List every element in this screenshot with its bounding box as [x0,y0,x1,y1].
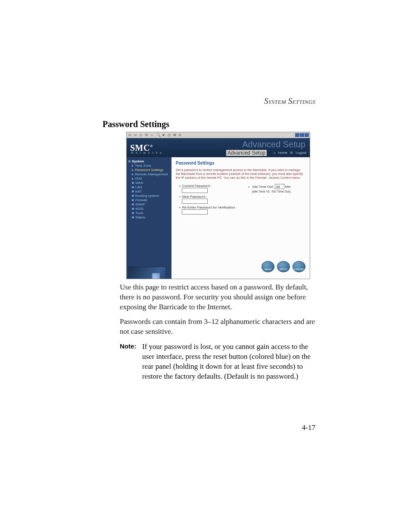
content-pane: Password Settings Set a password to rest… [171,157,310,279]
new-password-label: New Password : [179,195,241,199]
sidebar-item-dns[interactable]: DNS [132,177,171,180]
idle-timeout-unit: Min [285,185,291,189]
page-number: 4-17 [302,423,315,432]
stop-icon[interactable]: ⦸ [140,133,143,137]
print-icon[interactable]: ⎙ [179,133,183,137]
sidebar-item-adsl[interactable]: ADSL [132,207,171,211]
note-block: Note: If your password is lost, or you c… [120,342,317,382]
sidebar-item-status[interactable]: Status [132,215,171,219]
running-head: SYSTEM SETTINGS [264,96,315,106]
forward-icon[interactable]: ⇨ [134,133,138,137]
maximize-icon[interactable] [300,133,304,137]
cancel-button[interactable]: CANCEL [293,261,305,272]
help-button[interactable]: HELP [262,261,274,272]
sidebar-item-lan[interactable]: LAN [132,185,171,189]
mail-icon[interactable]: ✉ [173,133,177,137]
confirm-password-label: Re-Enter Password for Verification : [179,205,241,209]
sidebar-item-remote-management[interactable]: Remote Management [132,172,171,176]
app-header: SMC® N e t w o r k s Advanced Setup Adva… [127,138,310,157]
current-password-label: Current Password : [179,184,241,188]
sidebar-head-system[interactable]: System [128,159,171,163]
home-icon[interactable]: ⌂ [151,133,155,137]
sidebar-item-time-zone[interactable]: Time Zone [132,164,171,168]
paragraph-1: Use this page to restrict access based o… [120,283,317,312]
idle-timeout-note: (Idle Time =0 : NO Time Out) [252,190,305,193]
header-title: Advanced Setup [226,150,267,156]
sidebar-item-snmp[interactable]: SNMP [132,202,171,206]
sidebar-item-nat[interactable]: NAT [132,190,171,193]
current-password-input[interactable] [182,188,208,193]
content-title: Password Settings [176,161,305,165]
idle-timeout-label: Idle Time Out: [252,185,274,189]
header-links: ⌂ Home ⊘ Logout [272,151,306,155]
confirm-password-input[interactable] [182,209,208,215]
sidebar-item-firewall[interactable]: Firewall [132,198,171,202]
sidebar-item-tools[interactable]: Tools [132,211,171,215]
router-screenshot: ⇦ ⇨ ⦸ ⟳ ⌂ 🔍 ★ ◷ ✉ ⎙ SMC® N e t w o r k s… [126,132,310,279]
search-icon[interactable]: 🔍 [156,133,160,137]
note-label: Note: [120,342,142,382]
idle-timeout-row: Idle Time Out: Min [249,184,305,189]
sidebar-item-password-settings[interactable]: Password Settings [132,168,171,172]
new-password-input[interactable] [182,199,208,204]
paragraph-2: Passwords can contain from 3–12 alphanum… [120,317,317,337]
header-title-faded: Advanced Setup [242,140,305,149]
back-icon[interactable]: ⇦ [128,133,132,137]
minimize-icon[interactable] [295,133,299,137]
logout-link[interactable]: ⊘ Logout [290,151,306,155]
favorites-icon[interactable]: ★ [162,133,166,137]
sidebar-item-routing[interactable]: Routing system [132,194,171,198]
home-link[interactable]: ⌂ Home [274,151,287,155]
brand-subtitle: N e t w o r k s [131,151,162,154]
section-title: Password Settings [103,119,169,129]
content-description: Set a password to restrict management ac… [176,168,305,180]
sidebar-nav: System Time Zone Password Settings Remot… [127,157,171,279]
browser-toolbar: ⇦ ⇨ ⦸ ⟳ ⌂ 🔍 ★ ◷ ✉ ⎙ [127,132,310,138]
sidebar-illustration [128,267,166,279]
sidebar-item-wan[interactable]: WAN [132,181,171,185]
idle-timeout-input[interactable] [275,184,284,189]
note-body: If your password is lost, or you cannot … [142,342,317,382]
close-icon[interactable] [305,133,309,137]
refresh-icon[interactable]: ⟳ [145,133,149,137]
apply-button[interactable]: APPLY [277,261,290,272]
history-icon[interactable]: ◷ [168,133,171,137]
